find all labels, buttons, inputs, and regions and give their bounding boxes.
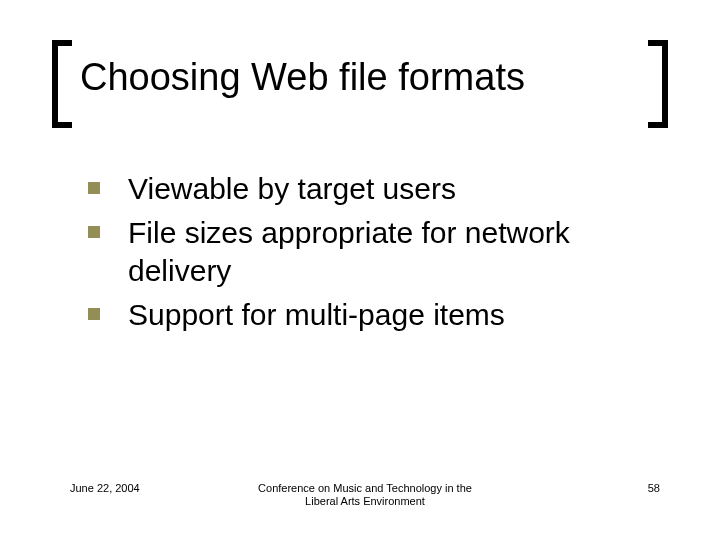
bracket-left-icon [52,40,72,128]
footer: June 22, 2004 Conference on Music and Te… [70,482,660,512]
bracket-right-icon [648,40,668,128]
list-item-text: File sizes appropriate for network deliv… [128,214,648,290]
footer-center: Conference on Music and Technology in th… [70,482,660,508]
list-item: Viewable by target users [88,170,648,208]
title-region: Choosing Web file formats [52,46,668,122]
slide: Choosing Web file formats Viewable by ta… [0,0,720,540]
footer-page-number: 58 [648,482,660,494]
square-bullet-icon [88,226,100,238]
square-bullet-icon [88,182,100,194]
square-bullet-icon [88,308,100,320]
body-list: Viewable by target users File sizes appr… [88,170,648,340]
list-item-text: Viewable by target users [128,170,456,208]
list-item-text: Support for multi-page items [128,296,505,334]
footer-center-line1: Conference on Music and Technology in th… [258,482,472,494]
footer-center-line2: Liberal Arts Environment [305,495,425,507]
slide-title: Choosing Web file formats [80,56,525,99]
list-item: File sizes appropriate for network deliv… [88,214,648,290]
list-item: Support for multi-page items [88,296,648,334]
